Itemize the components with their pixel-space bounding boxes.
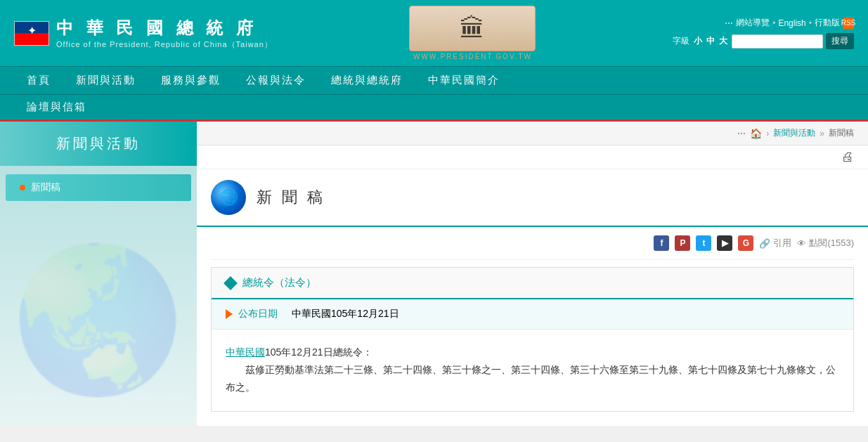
header-right: ⋯ 網站導覽 • English • 行動版 RSS 字級 小 中 大 搜尋 [673, 17, 854, 49]
nav-president[interactable]: 總統與總統府 [318, 67, 415, 94]
facebook-share-icon[interactable]: f [654, 235, 669, 251]
citation-label: 引用 [773, 237, 791, 249]
breadcrumb-news[interactable]: 新聞與活動 [773, 127, 815, 139]
article-body-line1: 中華民國105年12月21日總統令： [226, 344, 839, 361]
sidebar-title: 新聞與活動 [0, 122, 197, 166]
font-large-button[interactable]: 大 [719, 35, 727, 47]
date-label-text: 公布日期 [238, 308, 278, 320]
taiwan-flag-icon [14, 21, 49, 46]
print-icon-area: 🖨 [197, 145, 868, 169]
main-content: ⋯ 🏠 › 新聞與活動 » 新聞稿 🖨 🌐 新 聞 稿 f P t ▶ G [197, 122, 868, 426]
site-title-en: Office of the President, Republic of Chi… [56, 39, 273, 50]
article-date-row: 公布日期 中華民國105年12月21日 [212, 299, 853, 330]
bullet-icon [20, 185, 25, 190]
page-title: 新 聞 稿 [257, 187, 325, 208]
date-label: 公布日期 [226, 308, 278, 320]
view-count-label: 點閱(1553) [809, 237, 854, 249]
search-area: 搜尋 [732, 33, 854, 49]
nav-roc[interactable]: 中華民國簡介 [415, 67, 512, 94]
youtube-share-icon[interactable]: ▶ [717, 235, 732, 251]
diamond-icon [224, 276, 238, 290]
mobile-link[interactable]: 行動版 [815, 17, 840, 29]
view-count: 👁 點閱(1553) [797, 237, 854, 249]
home-icon[interactable]: 🏠 [750, 128, 762, 139]
sub-nav: 論壇與信箱 [0, 94, 868, 122]
nav-services[interactable]: 服務與參觀 [148, 67, 233, 94]
font-size-area: 字級 小 中 大 搜尋 [673, 33, 854, 49]
sidebar-menu: 新聞稿 [0, 166, 197, 209]
breadcrumb-dots: ⋯ [737, 129, 746, 138]
site-title-zh: 中 華 民 國 總 統 府 [56, 17, 273, 39]
dots-icon: ⋯ [725, 18, 733, 28]
article-body: 中華民國105年12月21日總統令： 茲修正勞動基準法第二十三條、第二十四條、第… [212, 330, 853, 411]
search-input[interactable] [732, 34, 823, 48]
view-icon: 👁 [797, 238, 806, 249]
sitemap-link[interactable]: 網站導覽 [736, 17, 770, 29]
sidebar-item-news-release[interactable]: 新聞稿 [6, 174, 191, 201]
page-header: 🌐 新 聞 稿 [197, 169, 868, 227]
president-building-image [409, 6, 536, 51]
rss-icon[interactable]: RSS [843, 18, 854, 29]
triangle-icon [226, 309, 233, 319]
citation-icon: 🔗 [759, 238, 770, 249]
article-title: 總統令（法令） [242, 276, 316, 290]
twitter-share-icon[interactable]: t [696, 235, 711, 251]
print-icon[interactable]: 🖨 [841, 150, 854, 164]
article-box: 總統令（法令） 公布日期 中華民國105年12月21日 中華民國105年12月2… [211, 267, 854, 412]
main-nav: 首頁 新聞與活動 服務與參觀 公報與法令 總統與總統府 中華民國簡介 [0, 66, 868, 94]
nav-home[interactable]: 首頁 [14, 67, 63, 94]
citation-button[interactable]: 🔗 引用 [759, 237, 791, 249]
share-bar: f P t ▶ G 🔗 引用 👁 點閱(1553) [211, 227, 854, 260]
sidebar: 新聞與活動 🌏 新聞稿 [0, 122, 197, 426]
nav-gazette[interactable]: 公報與法令 [233, 67, 318, 94]
logo-text: 中 華 民 國 總 統 府 Office of the President, R… [56, 17, 273, 50]
font-small-button[interactable]: 小 [694, 35, 702, 47]
date-value: 中華民國105年12月21日 [292, 308, 399, 320]
article-body-line2: 茲修正勞動基準法第二十三條、第二十四條、第三十條之一、第三十四條、第三十六條至第… [226, 361, 839, 396]
nav-forum[interactable]: 論壇與信箱 [14, 95, 99, 119]
search-button[interactable]: 搜尋 [826, 33, 854, 49]
english-link[interactable]: English [778, 18, 805, 28]
roc-link[interactable]: 中華民國 [226, 346, 265, 358]
sidebar-item-label: 新聞稿 [31, 181, 60, 194]
plurk-share-icon[interactable]: P [675, 235, 690, 251]
article-box-title: 總統令（法令） [212, 268, 853, 299]
site-url: WWW.PRESIDENT.GOV.TW [413, 53, 532, 60]
sidebar-background-globe: 🌏 [0, 215, 197, 426]
content-wrapper: 新聞與活動 🌏 新聞稿 ⋯ 🏠 › 新聞與活動 » 新聞稿 🖨 🌐 新 聞 稿 [0, 122, 868, 426]
header-center: WWW.PRESIDENT.GOV.TW [287, 6, 659, 60]
font-medium-button[interactable]: 中 [706, 35, 715, 47]
nav-news[interactable]: 新聞與活動 [63, 67, 148, 94]
breadcrumb: ⋯ 🏠 › 新聞與活動 » 新聞稿 [197, 122, 868, 145]
google-share-icon[interactable]: G [738, 235, 753, 251]
font-size-label: 字級 [673, 35, 689, 47]
article-area: f P t ▶ G 🔗 引用 👁 點閱(1553) 總統令（法令） [197, 227, 868, 426]
breadcrumb-current: 新聞稿 [829, 127, 854, 139]
logo-area: 中 華 民 國 總 統 府 Office of the President, R… [14, 17, 273, 50]
globe-icon: 🌐 [211, 180, 246, 215]
utility-links: ⋯ 網站導覽 • English • 行動版 RSS [725, 17, 854, 29]
